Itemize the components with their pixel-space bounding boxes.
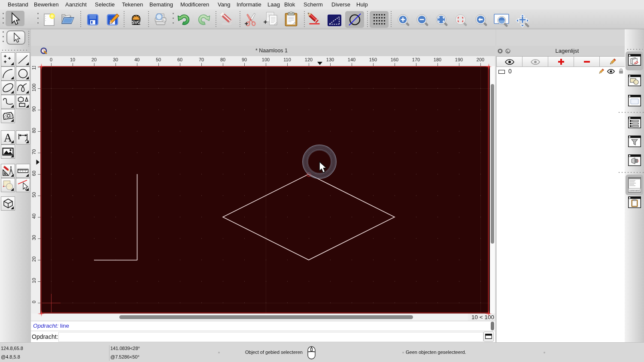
svg-text:command: command — [629, 189, 640, 192]
svg-text:SVG: SVG — [132, 20, 141, 25]
